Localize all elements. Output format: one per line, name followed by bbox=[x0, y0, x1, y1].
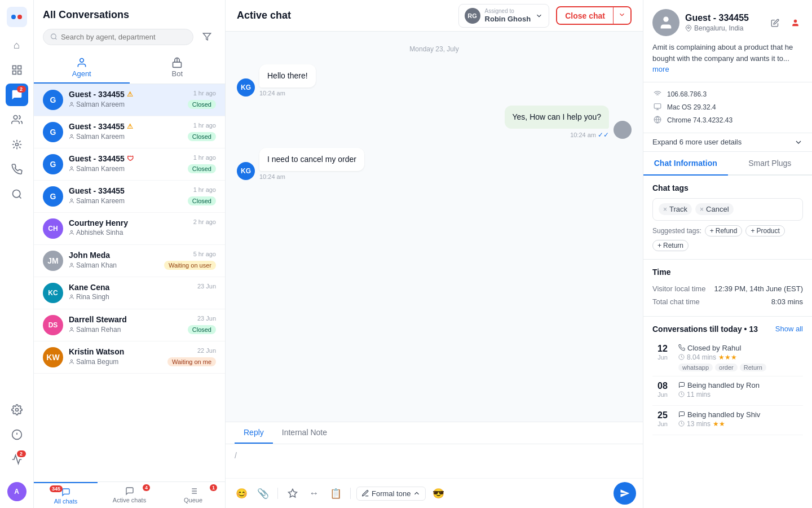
reports-badge: 2 bbox=[17, 450, 26, 457]
tab-agent-label: Agent bbox=[72, 69, 91, 78]
nav-reports2[interactable]: 2 bbox=[6, 448, 28, 471]
nav-chat[interactable]: 2 bbox=[6, 84, 28, 106]
nav-contacts[interactable] bbox=[6, 108, 28, 131]
nav-settings[interactable] bbox=[6, 398, 28, 421]
status-badge: Closed bbox=[188, 325, 216, 334]
svg-rect-1 bbox=[17, 66, 21, 69]
send-button[interactable] bbox=[614, 482, 636, 505]
today-date-mon: Jun bbox=[652, 421, 673, 427]
outgoing-agent-avatar bbox=[614, 121, 632, 139]
tab-agent[interactable]: Agent bbox=[34, 51, 130, 84]
tags-input-area[interactable]: × Track × Cancel bbox=[652, 198, 803, 221]
tab-smart-plugs[interactable]: Smart Plugs bbox=[728, 152, 813, 176]
attachment-button[interactable]: 📎 bbox=[254, 484, 272, 502]
list-item[interactable]: DS Darrell Steward 23 Jun Salman Rehan C… bbox=[34, 309, 225, 341]
bottom-tab-allchats[interactable]: All chats 345 bbox=[34, 482, 98, 508]
expand-chevron-icon bbox=[794, 138, 803, 147]
ip-row: 106.68.786.3 bbox=[652, 88, 803, 101]
emoji2-button[interactable]: 😎 bbox=[429, 484, 447, 502]
nav-search[interactable] bbox=[6, 183, 28, 205]
tag-remove-track[interactable]: × bbox=[663, 205, 667, 213]
right-panel: Guest - 334455 Bengaluru, India Amit is … bbox=[643, 0, 812, 508]
plus-icon: + bbox=[751, 227, 754, 235]
today-date: 12 Jun bbox=[652, 344, 673, 371]
conv-content: Guest - 334455 1 hr ago Salman Kareem Cl… bbox=[69, 186, 216, 205]
bottom-tab-queue[interactable]: Queue 1 bbox=[161, 482, 225, 508]
nav-home[interactable]: ⌂ bbox=[6, 34, 28, 56]
tab-internal-note[interactable]: Internal Note bbox=[273, 422, 336, 444]
assigned-button[interactable]: RG Assigned to Robin Ghosh bbox=[458, 4, 550, 28]
conv-content: Courtney Henry 2 hr ago Abhishek Sinha bbox=[69, 218, 216, 237]
svg-point-20 bbox=[70, 167, 72, 168]
list-item[interactable]: JM John Meda 5 hr ago Salman Khan Waitin… bbox=[34, 245, 225, 277]
flag-guest-button[interactable] bbox=[787, 15, 803, 30]
reply-input[interactable]: / bbox=[226, 444, 643, 478]
conv-name: Kane Cena bbox=[69, 283, 109, 292]
close-chat-button[interactable]: Close chat bbox=[556, 6, 632, 25]
list-item[interactable]: G Guest - 334455 ⚠ 1 hr ago Salman Karee… bbox=[34, 84, 225, 116]
status-badge: Waiting on user bbox=[164, 261, 216, 270]
svg-rect-37 bbox=[654, 103, 661, 108]
today-date: 08 Jun bbox=[652, 381, 673, 401]
ip-value: 106.68.786.3 bbox=[667, 90, 707, 98]
nav-info[interactable] bbox=[6, 423, 28, 446]
search-icon bbox=[50, 33, 58, 41]
template-button[interactable]: 📋 bbox=[326, 484, 345, 502]
bottom-tab-activechats[interactable]: Active chats 4 bbox=[98, 482, 161, 508]
conv-agent: Abhishek Sinha bbox=[69, 229, 123, 237]
conv-time: 5 hr ago bbox=[193, 251, 216, 257]
status-badge: Closed bbox=[188, 132, 216, 141]
list-item[interactable]: G Guest - 334455 1 hr ago Salman Kareem … bbox=[34, 181, 225, 213]
stars2: ★★ bbox=[713, 420, 725, 428]
chat-area: Active chat RG Assigned to Robin Ghosh C… bbox=[226, 0, 643, 508]
tab-chat-information[interactable]: Chat Information bbox=[643, 152, 728, 176]
filter-button[interactable] bbox=[198, 28, 216, 46]
conv-content: Kristin Watson 22 Jun Salma Begum Waitin… bbox=[69, 347, 216, 366]
conv-content: Guest - 334455 ⚠ 1 hr ago Salman Kareem … bbox=[69, 90, 216, 109]
close-chat-dropdown[interactable] bbox=[613, 7, 630, 24]
show-all-button[interactable]: Show all bbox=[775, 325, 803, 333]
chat-header: Active chat RG Assigned to Robin Ghosh C… bbox=[226, 0, 643, 32]
tag-remove-cancel[interactable]: × bbox=[700, 205, 704, 213]
svg-point-24 bbox=[70, 295, 72, 296]
message-bubble: Yes, How can I help you? bbox=[505, 106, 609, 129]
expand-details-button[interactable]: Expand 6 more user details bbox=[643, 133, 812, 152]
list-item[interactable]: KC Kane Cena 23 Jun Rina Singh bbox=[34, 277, 225, 309]
queue-icon bbox=[189, 487, 198, 496]
nav-chart[interactable] bbox=[6, 59, 28, 81]
list-item[interactable]: KW Kristin Watson 22 Jun Salma Begum Wai… bbox=[34, 341, 225, 374]
search-input[interactable] bbox=[61, 33, 186, 41]
emoji-button[interactable]: 😊 bbox=[232, 484, 250, 502]
os-row: Mac OS 29.32.4 bbox=[652, 101, 803, 114]
nav-phone[interactable] bbox=[6, 158, 28, 181]
list-item[interactable]: CH Courtney Henry 2 hr ago Abhishek Sinh… bbox=[34, 213, 225, 245]
warning-icon: ⚠ bbox=[127, 122, 133, 130]
guest-note: Amit is complaining about a product that… bbox=[652, 42, 803, 75]
today-date-num: 08 bbox=[652, 381, 673, 391]
conv-content: Kane Cena 23 Jun Rina Singh bbox=[69, 283, 216, 301]
search-box[interactable] bbox=[43, 29, 193, 45]
suggested-tag-refund[interactable]: + Refund bbox=[705, 225, 743, 237]
ai-button[interactable] bbox=[284, 484, 302, 502]
conv-time: 1 hr ago bbox=[193, 122, 216, 129]
conv-agent: Salman Khan bbox=[69, 261, 117, 269]
list-item[interactable]: G Guest - 334455 🛡 1 hr ago Salman Karee… bbox=[34, 148, 225, 181]
tab-reply[interactable]: Reply bbox=[235, 422, 273, 444]
svg-rect-16 bbox=[173, 62, 182, 67]
more-link[interactable]: more bbox=[652, 65, 669, 73]
conv-avatar: KC bbox=[43, 283, 63, 303]
expand-button[interactable]: ↔ bbox=[305, 484, 323, 502]
conv-avatar: G bbox=[43, 90, 63, 110]
tone-selector[interactable]: Formal tone bbox=[356, 487, 426, 501]
nav-automation[interactable] bbox=[6, 133, 28, 156]
edit-guest-button[interactable] bbox=[767, 15, 783, 30]
visitor-time-value: 12:39 PM, 14th June (EST) bbox=[714, 284, 803, 293]
tag-track-label: Track bbox=[669, 205, 687, 213]
suggested-tag-product[interactable]: + Product bbox=[745, 225, 784, 237]
suggested-tags-row: Suggested tags: + Refund + Product + Ret… bbox=[652, 225, 803, 251]
conv-agent: Salman Kareem bbox=[69, 165, 125, 173]
tab-bot[interactable]: Bot bbox=[130, 51, 226, 84]
user-avatar[interactable]: A bbox=[7, 482, 27, 501]
suggested-tag-return[interactable]: + Return bbox=[652, 240, 689, 251]
list-item[interactable]: G Guest - 334455 ⚠ 1 hr ago Salman Karee… bbox=[34, 116, 225, 148]
